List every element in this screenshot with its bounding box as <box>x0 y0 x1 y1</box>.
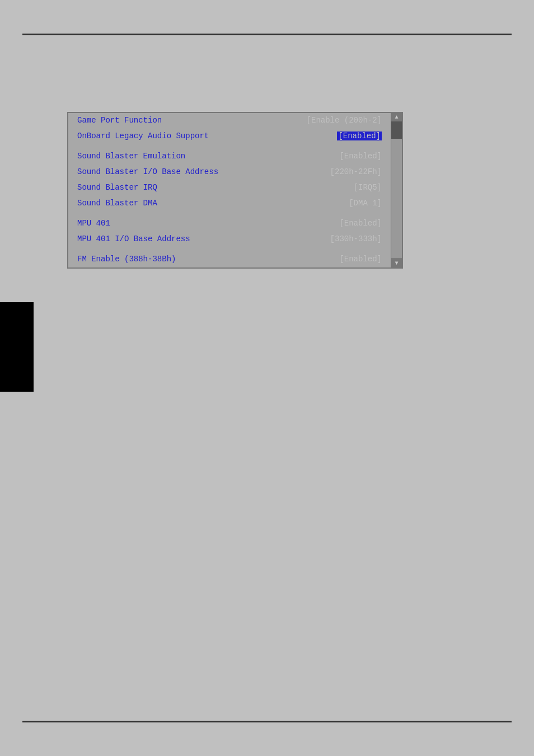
value-sound-blaster-io: [220h-22Fh] <box>330 167 382 176</box>
value-game-port-function: [Enable (200h-2] <box>307 116 382 125</box>
scrollbar-down-arrow[interactable]: ▼ <box>391 259 402 267</box>
value-fm-enable: [Enabled] <box>339 255 382 264</box>
top-border <box>22 34 512 35</box>
separator-2 <box>68 212 391 216</box>
value-sound-blaster-emulation: [Enabled] <box>339 152 382 161</box>
scrollbar-track[interactable] <box>391 122 402 259</box>
label-game-port-function: Game Port Function <box>77 116 162 125</box>
value-sound-blaster-dma: [DMA 1] <box>349 199 382 208</box>
scrollbar-up-arrow[interactable]: ▲ <box>391 113 402 122</box>
separator-3 <box>68 247 391 252</box>
black-box <box>0 302 34 392</box>
label-fm-enable: FM Enable (388h-38Bh) <box>77 255 176 264</box>
separator-1 <box>68 144 391 149</box>
panel-content: Game Port Function [Enable (200h-2] OnBo… <box>67 112 403 269</box>
scrollbar[interactable]: ▲ ▼ <box>391 113 402 267</box>
scrollbar-thumb[interactable] <box>391 122 402 139</box>
label-sound-blaster-dma: Sound Blaster DMA <box>77 199 157 208</box>
row-onboard-legacy-audio[interactable]: OnBoard Legacy Audio Support [Enabled] <box>68 129 391 144</box>
row-mpu-401-io[interactable]: MPU 401 I/O Base Address [330h-333h] <box>68 232 391 247</box>
bios-panel: Game Port Function [Enable (200h-2] OnBo… <box>67 112 403 269</box>
row-sound-blaster-io[interactable]: Sound Blaster I/O Base Address [220h-22F… <box>68 165 391 180</box>
label-sound-blaster-io: Sound Blaster I/O Base Address <box>77 167 218 176</box>
value-mpu-401: [Enabled] <box>339 219 382 228</box>
label-sound-blaster-irq: Sound Blaster IRQ <box>77 183 157 192</box>
row-fm-enable[interactable]: FM Enable (388h-38Bh) [Enabled] <box>68 252 391 267</box>
row-mpu-401[interactable]: MPU 401 [Enabled] <box>68 216 391 232</box>
value-onboard-legacy-audio: [Enabled] <box>337 132 382 140</box>
label-mpu-401-io: MPU 401 I/O Base Address <box>77 234 190 243</box>
label-onboard-legacy-audio: OnBoard Legacy Audio Support <box>77 132 209 140</box>
bottom-border <box>22 721 512 722</box>
value-mpu-401-io: [330h-333h] <box>330 234 382 243</box>
row-sound-blaster-irq[interactable]: Sound Blaster IRQ [IRQ5] <box>68 180 391 196</box>
row-sound-blaster-dma[interactable]: Sound Blaster DMA [DMA 1] <box>68 196 391 212</box>
value-sound-blaster-irq: [IRQ5] <box>354 183 382 192</box>
row-game-port-function[interactable]: Game Port Function [Enable (200h-2] <box>68 113 391 129</box>
label-sound-blaster-emulation: Sound Blaster Emulation <box>77 152 185 161</box>
row-sound-blaster-emulation[interactable]: Sound Blaster Emulation [Enabled] <box>68 149 391 165</box>
label-mpu-401: MPU 401 <box>77 219 110 228</box>
